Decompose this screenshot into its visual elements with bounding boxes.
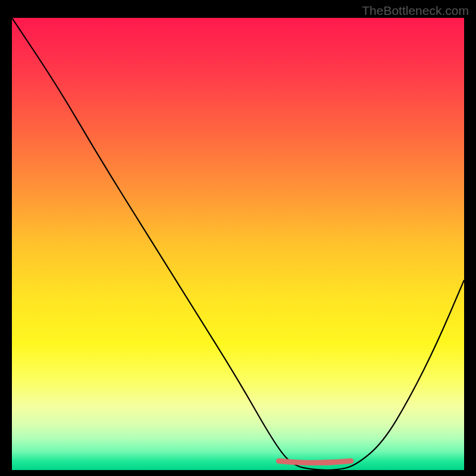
plot-area [12,18,464,470]
highlight-segment [278,461,351,463]
curve-layer [12,18,464,470]
chart-container: TheBottleneck.com [0,0,476,476]
watermark-label: TheBottleneck.com [362,4,469,18]
bottleneck-curve [12,18,464,470]
